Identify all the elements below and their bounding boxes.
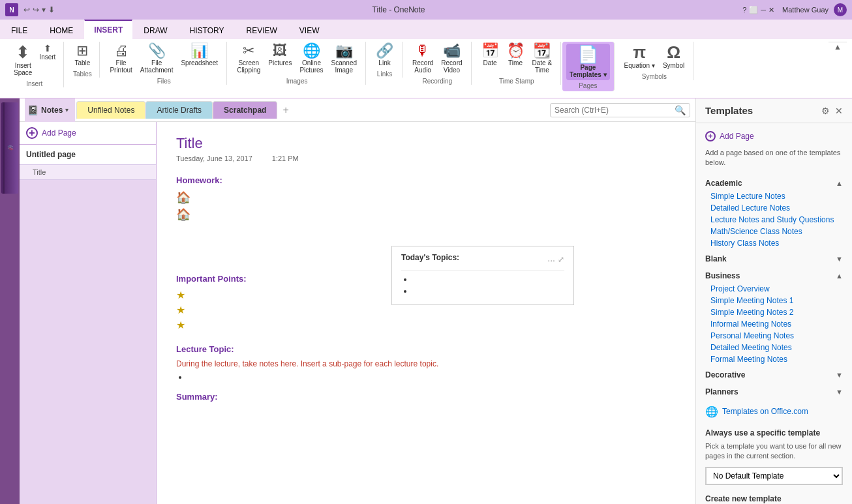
academic-items: Simple Lecture Notes Detailed Lecture No… bbox=[705, 190, 843, 249]
window-title: Title - OneNote bbox=[55, 5, 742, 14]
tab-article-drafts[interactable]: Article Drafts bbox=[145, 101, 213, 119]
template-project-overview[interactable]: Project Overview bbox=[710, 283, 843, 295]
template-select[interactable]: No Default Template bbox=[706, 467, 842, 484]
decorative-section-header[interactable]: Decorative ▼ bbox=[705, 368, 843, 382]
lecture-topic-label: Lecture Topic: bbox=[176, 344, 676, 354]
blank-label: Blank bbox=[705, 254, 727, 263]
template-simple-lecture-notes[interactable]: Simple Lecture Notes bbox=[710, 190, 843, 202]
template-detailed-lecture-notes[interactable]: Detailed Lecture Notes bbox=[710, 202, 843, 214]
blank-chevron: ▼ bbox=[836, 255, 843, 263]
close-icon[interactable]: ✕ bbox=[768, 6, 774, 14]
template-informal-meeting[interactable]: Informal Meeting Notes bbox=[710, 318, 843, 330]
insert-group: ⬍ InsertSpace ⬆ Insert Insert bbox=[5, 42, 64, 87]
symbol-button[interactable]: Ω Symbol bbox=[660, 42, 688, 71]
help-icon[interactable]: ? bbox=[742, 6, 746, 14]
tab-unfiled-notes[interactable]: Unfiled Notes bbox=[76, 101, 145, 119]
date-button[interactable]: 📅 Date bbox=[478, 42, 502, 68]
planners-section-header[interactable]: Planners ▼ bbox=[705, 385, 843, 399]
topics-box-header: Today's Topics: bbox=[401, 253, 459, 262]
template-math-science-notes[interactable]: Math/Science Class Notes bbox=[710, 226, 843, 237]
spreadsheet-button[interactable]: 📊 Spreadsheet bbox=[177, 42, 221, 68]
user-avatar[interactable]: M bbox=[834, 3, 847, 16]
insert-space-button[interactable]: ⬍ InsertSpace bbox=[10, 42, 35, 78]
template-formal-meeting[interactable]: Formal Meeting Notes bbox=[710, 353, 843, 365]
online-pictures-button[interactable]: 🌐 OnlinePictures bbox=[296, 42, 326, 76]
templates-controls: ⚙ ✕ bbox=[821, 106, 843, 116]
restore-icon[interactable]: ⬜ bbox=[749, 6, 758, 14]
search-icon[interactable]: 🔍 bbox=[675, 105, 686, 115]
content-area[interactable]: Title Tuesday, June 13, 2017 1:21 PM Hom… bbox=[157, 122, 695, 504]
tab-draw[interactable]: DRAW bbox=[132, 22, 178, 39]
table-icon: ⊞ bbox=[76, 44, 88, 58]
tabs-search-bar: 📓 Notes ▾ Unfiled Notes Article Drafts S… bbox=[20, 98, 695, 122]
ribbon-collapse-button[interactable]: ▲ bbox=[829, 42, 847, 52]
templates-settings-button[interactable]: ⚙ bbox=[821, 106, 830, 116]
tab-history[interactable]: HISTORY bbox=[179, 22, 236, 39]
symbols-group-label: Symbols bbox=[642, 73, 667, 80]
template-personal-meeting[interactable]: Personal Meeting Notes bbox=[710, 330, 843, 342]
screen-clipping-button[interactable]: ✂ ScreenClipping bbox=[234, 42, 264, 76]
record-video-button[interactable]: 📹 RecordVideo bbox=[438, 42, 465, 76]
quick-access-dropdown[interactable]: ▾ bbox=[42, 5, 46, 14]
time-label: Time bbox=[508, 59, 523, 67]
add-page-template-button[interactable]: + Add Page bbox=[705, 131, 843, 141]
scanned-image-button[interactable]: 📷 ScannedImage bbox=[328, 42, 360, 76]
insert-group-label: Insert bbox=[26, 80, 42, 87]
office-link[interactable]: 🌐 Templates on Office.com bbox=[705, 406, 843, 418]
always-use-section: Always use a specific template Pick a te… bbox=[705, 428, 843, 485]
tab-scratchpad[interactable]: Scratchpad bbox=[213, 101, 277, 119]
equation-icon: π bbox=[633, 44, 646, 61]
star-2: ★ bbox=[176, 304, 676, 316]
file-attachment-icon: 📎 bbox=[148, 44, 166, 58]
page-sub-item[interactable]: Title bbox=[20, 165, 156, 180]
redo-button[interactable]: ↪ bbox=[33, 5, 39, 14]
template-simple-meeting-1[interactable]: Simple Meeting Notes 1 bbox=[710, 295, 843, 306]
page-title: Title bbox=[176, 135, 676, 152]
notebook-selector[interactable]: 📓 Notes ▾ bbox=[25, 98, 75, 122]
office-link-label[interactable]: Templates on Office.com bbox=[722, 407, 808, 416]
template-detailed-meeting[interactable]: Detailed Meeting Notes bbox=[710, 342, 843, 353]
business-section-header[interactable]: Business ▲ bbox=[705, 269, 843, 283]
topics-expand-icon[interactable]: ⤢ bbox=[558, 255, 564, 265]
pictures-button[interactable]: 🖼 Pictures bbox=[265, 42, 295, 68]
minimize-icon[interactable]: ─ bbox=[761, 6, 766, 14]
blank-section-header[interactable]: Blank ▼ bbox=[705, 252, 843, 266]
date-time-button[interactable]: 📆 Date &Time bbox=[529, 42, 556, 76]
topics-dots-icon[interactable]: ··· bbox=[547, 255, 555, 265]
planners-chevron: ▼ bbox=[836, 388, 843, 396]
templates-close-button[interactable]: ✕ bbox=[835, 106, 843, 116]
customize-icon[interactable]: ⬇ bbox=[48, 5, 55, 14]
insert-above-button[interactable]: ⬆ Insert bbox=[37, 42, 58, 62]
equation-button[interactable]: π Equation ▾ bbox=[621, 42, 658, 71]
undo-button[interactable]: ↩ bbox=[23, 5, 30, 14]
template-dropdown[interactable]: No Default Template bbox=[705, 467, 843, 485]
tab-review[interactable]: REVIEW bbox=[235, 22, 288, 39]
academic-section-header[interactable]: Academic ▲ bbox=[705, 176, 843, 190]
page-list-item[interactable]: Untitled page bbox=[20, 145, 156, 165]
add-page-button[interactable]: + Add Page bbox=[20, 122, 156, 145]
spreadsheet-icon: 📊 bbox=[190, 44, 208, 58]
table-button[interactable]: ⊞ Table bbox=[70, 42, 94, 68]
template-history-class-notes[interactable]: History Class Notes bbox=[710, 237, 843, 249]
insert-above-label: Insert bbox=[39, 53, 55, 61]
template-lecture-notes-study[interactable]: Lecture Notes and Study Questions bbox=[710, 214, 843, 226]
search-input[interactable] bbox=[555, 106, 672, 115]
file-attachment-button[interactable]: 📎 FileAttachment bbox=[137, 42, 177, 76]
tab-view[interactable]: VIEW bbox=[288, 22, 331, 39]
link-icon: 🔗 bbox=[376, 44, 393, 58]
scanned-image-icon: 📷 bbox=[335, 44, 353, 58]
link-button[interactable]: 🔗 Link bbox=[373, 42, 397, 68]
online-pictures-icon: 🌐 bbox=[303, 44, 320, 58]
file-printout-button[interactable]: 🖨 FilePrintout bbox=[106, 42, 135, 76]
screen-clipping-label: ScreenClipping bbox=[237, 59, 260, 74]
tab-file[interactable]: FILE bbox=[0, 22, 38, 39]
record-audio-button[interactable]: 🎙 RecordAudio bbox=[409, 42, 436, 76]
add-section-tab[interactable]: + bbox=[277, 102, 294, 119]
template-simple-meeting-2[interactable]: Simple Meeting Notes 2 bbox=[710, 306, 843, 318]
templates-body: + Add Page Add a page based on one of th… bbox=[696, 123, 852, 504]
tab-home[interactable]: HOME bbox=[38, 22, 84, 39]
time-button[interactable]: ⏰ Time bbox=[504, 42, 528, 68]
page-templates-button[interactable]: 📄 PageTemplates ▾ bbox=[566, 44, 610, 80]
tables-group: ⊞ Table Tables bbox=[65, 42, 100, 78]
tab-insert[interactable]: INSERT bbox=[84, 20, 132, 39]
